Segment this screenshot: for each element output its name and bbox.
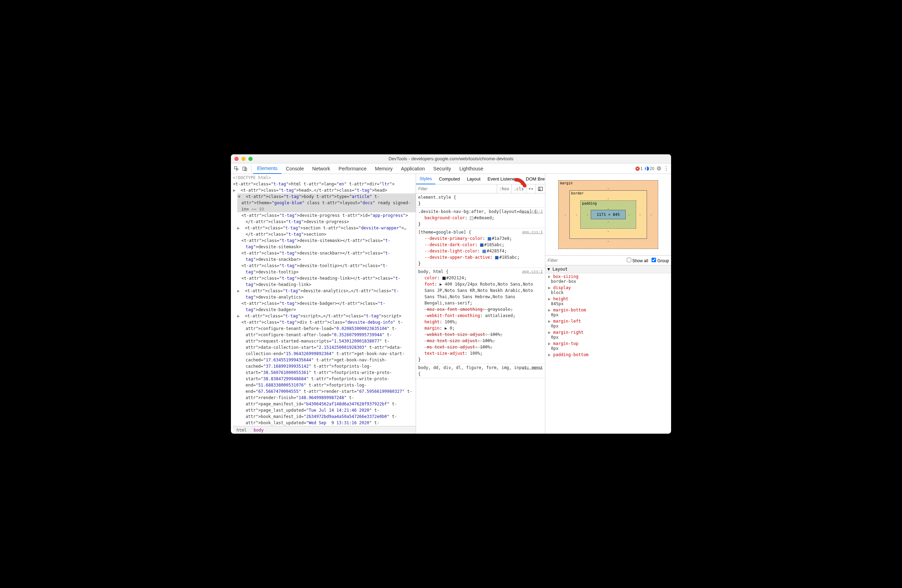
tab-security[interactable]: Security: [429, 163, 455, 174]
style-declaration[interactable]: -moz-osx-font-smoothing: grayscale;: [418, 306, 543, 313]
message-count: 20: [650, 166, 654, 171]
computed-property[interactable]: ▶ padding-bottom: [545, 352, 671, 363]
style-rule[interactable]: app.css:1.devsite-book-nav-bg:after, bod…: [416, 208, 545, 228]
rule-source-link[interactable]: app.css:1: [522, 364, 543, 371]
tab-application[interactable]: Application: [397, 163, 429, 174]
cls-toggle[interactable]: .cls: [511, 185, 526, 193]
computed-property[interactable]: ▶ height845px: [545, 296, 671, 307]
dom-line[interactable]: <t-attr">class="t-tag">devsite-snackbar>…: [241, 250, 416, 263]
bm-padding-top: -: [586, 206, 630, 210]
computed-filter-input[interactable]: [547, 258, 623, 263]
tab-lighthouse[interactable]: Lighthouse: [455, 163, 488, 174]
maximize-window-button[interactable]: [248, 157, 252, 161]
tab-network[interactable]: Network: [308, 163, 334, 174]
message-icon: ▌: [645, 167, 649, 171]
style-declaration[interactable]: --devsite-light-color: #4285f4;: [418, 248, 543, 254]
breadcrumb-item[interactable]: body: [250, 426, 267, 434]
more-menu-icon[interactable]: ⋮: [663, 165, 669, 172]
dom-line[interactable]: <t-attr">class="t-tag">html t-attr">lang…: [233, 181, 416, 187]
tab-elements[interactable]: Elements: [253, 163, 282, 174]
style-declaration[interactable]: font: ▶ 400 16px/24px Roboto,Noto Sans,N…: [418, 281, 543, 306]
devtools-window: DevTools - developers.google.com/web/too…: [231, 154, 671, 434]
dom-line[interactable]: ▶<t-attr">class="t-tag">head>…</t-attr">…: [237, 187, 416, 194]
styles-panel: StylesComputedLayoutEvent ListenersDOM B…: [416, 174, 545, 434]
rule-source-link[interactable]: app.css:1: [522, 269, 543, 275]
dom-line[interactable]: ▶<t-attr">class="t-tag">script>…</t-attr…: [241, 313, 416, 319]
style-rule[interactable]: app.css:1body, dd, div, dl, figure, form…: [416, 364, 545, 378]
style-declaration[interactable]: height: 100%;: [418, 319, 543, 325]
style-declaration[interactable]: text-size-adjust: 100%;: [418, 350, 543, 357]
subtab-computed[interactable]: Computed: [435, 174, 463, 185]
computed-property[interactable]: ▶ margin-bottom0px: [545, 307, 671, 318]
tab-console[interactable]: Console: [282, 163, 308, 174]
settings-icon[interactable]: ⚙: [656, 165, 661, 172]
message-count-badge[interactable]: ▌ 20: [645, 166, 654, 171]
dom-line[interactable]: ▶<t-attr">class="t-tag">devsite-analytic…: [241, 288, 416, 300]
tab-memory[interactable]: Memory: [371, 163, 397, 174]
bm-padding-bottom: -: [586, 219, 630, 223]
dom-line[interactable]: ⋯ ▼<t-attr">class="t-tag">body t-attr">t…: [237, 194, 416, 212]
style-rule[interactable]: app.css:1body, html {color: #202124;font…: [416, 268, 545, 364]
style-declaration[interactable]: -moz-text-size-adjust: 100%;: [418, 338, 543, 344]
bm-margin-right: -: [650, 212, 652, 217]
dom-line[interactable]: <t-attr">class="t-tag">devsite-badger></…: [241, 300, 416, 313]
error-count-badge[interactable]: ✕ 1: [636, 166, 643, 171]
rule-source-link[interactable]: app.css:1: [522, 229, 543, 235]
svg-rect-1: [243, 167, 246, 170]
style-declaration[interactable]: margin: ▶ 0;: [418, 325, 543, 332]
style-declaration[interactable]: --devsite-upper-tab-active: #185abc;: [418, 254, 543, 261]
computed-section-header[interactable]: ▼ Layout: [545, 265, 671, 274]
traffic-lights: [231, 157, 252, 161]
show-all-checkbox[interactable]: Show all: [627, 258, 648, 263]
dom-line[interactable]: <!DOCTYPE html>: [233, 175, 416, 181]
styles-filter-input[interactable]: [416, 186, 497, 192]
dom-line[interactable]: <t-attr">class="t-tag">div t-attr">class…: [241, 319, 416, 426]
computed-toggle-icon[interactable]: [536, 185, 545, 193]
style-rules[interactable]: element.style {}app.css:1.devsite-book-n…: [416, 194, 545, 434]
style-declaration[interactable]: color: #202124;: [418, 275, 543, 281]
rule-source-link[interactable]: app.css:1: [522, 208, 543, 215]
dom-line[interactable]: <t-attr">class="t-tag">devsite-heading-l…: [241, 275, 416, 288]
breadcrumb-item[interactable]: html: [233, 426, 250, 434]
style-declaration[interactable]: -webkit-text-size-adjust: 100%;: [418, 332, 543, 338]
subtab-layout[interactable]: Layout: [463, 174, 484, 185]
breadcrumb[interactable]: htmlbody: [233, 426, 416, 434]
window-title: DevTools - developers.google.com/web/too…: [231, 156, 671, 161]
bm-border-right: -: [639, 212, 641, 217]
style-declaration[interactable]: -ms-text-size-adjust: 100%;: [418, 344, 543, 350]
subtab-event-listeners[interactable]: Event Listeners: [484, 174, 522, 185]
box-model-padding-label: padding: [582, 202, 597, 205]
dom-line[interactable]: <t-attr">class="t-tag">devsite-sitemask>…: [241, 238, 416, 250]
style-rule[interactable]: app.css:1[theme=google-blue] {--devsite-…: [416, 228, 545, 268]
computed-property[interactable]: ▶ margin-right0px: [545, 329, 671, 341]
style-declaration[interactable]: -webkit-font-smoothing: antialiased;: [418, 313, 543, 319]
style-declaration[interactable]: background-color: #e8eaed;: [418, 215, 543, 221]
style-declaration[interactable]: --devsite-primary-color: #1a73e8;: [418, 235, 543, 242]
box-model[interactable]: margin - - border - - padding -: [545, 174, 671, 256]
box-model-margin-label: margin: [560, 181, 573, 185]
computed-property[interactable]: ▶ margin-top0px: [545, 341, 671, 352]
new-style-rule-button[interactable]: +▾: [526, 185, 536, 193]
group-checkbox[interactable]: Group: [651, 258, 669, 263]
close-window-button[interactable]: [235, 157, 239, 161]
dom-line[interactable]: <t-attr">class="t-tag">devsite-progress …: [241, 212, 416, 225]
computed-property[interactable]: ▶ box-sizingborder-box: [545, 274, 671, 285]
dom-line[interactable]: <t-attr">class="t-tag">devsite-tooltip><…: [241, 263, 416, 275]
subtab-dom-breakpoints[interactable]: DOM Breakpoints: [522, 174, 545, 185]
error-icon: ✕: [636, 167, 640, 171]
box-model-content: 1171 × 845: [591, 210, 626, 219]
style-rule[interactable]: element.style {}: [416, 194, 545, 208]
inspect-element-icon[interactable]: [233, 165, 240, 172]
dom-line[interactable]: ▶<t-attr">class="t-tag">section t-attr">…: [241, 225, 416, 238]
hov-toggle[interactable]: :hov: [497, 185, 511, 193]
minimize-window-button[interactable]: [241, 157, 246, 161]
bm-margin-top: -: [564, 186, 652, 190]
computed-property[interactable]: ▶ margin-left0px: [545, 318, 671, 329]
computed-properties[interactable]: ▼ Layout ▶ box-sizingborder-box▶ display…: [545, 265, 671, 434]
dom-tree[interactable]: <!DOCTYPE html><t-attr">class="t-tag">ht…: [233, 175, 416, 426]
tab-performance[interactable]: Performance: [334, 163, 371, 174]
computed-property[interactable]: ▶ displayblock: [545, 285, 671, 296]
subtab-styles[interactable]: Styles: [416, 174, 435, 185]
style-declaration[interactable]: --devsite-dark-color: #185abc;: [418, 242, 543, 248]
device-toggle-icon[interactable]: [241, 165, 248, 172]
